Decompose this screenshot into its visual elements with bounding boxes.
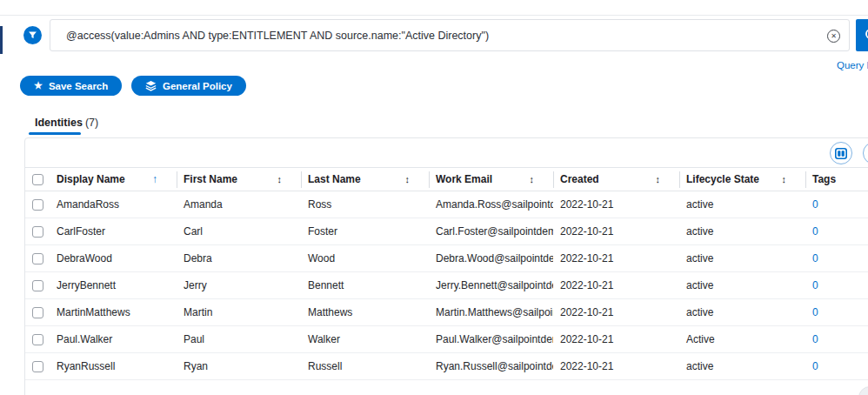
row-checkbox-cell	[25, 218, 50, 244]
cell-created: 2022-10-21	[553, 218, 679, 244]
cell-display-name: RyanRussell	[50, 353, 177, 379]
select-all-checkbox[interactable]	[32, 174, 43, 185]
row-checkbox[interactable]	[32, 226, 43, 238]
clear-search-icon[interactable]: ✕	[827, 30, 840, 43]
table-header-row: Display Name ↑ First Name ↕ Last Name ↕ …	[25, 167, 868, 191]
cell-tags: 0	[805, 218, 868, 244]
column-header-first-name[interactable]: First Name ↕	[177, 168, 301, 191]
cell-lifecycle-state: active	[679, 353, 805, 379]
column-header-lifecycle-state[interactable]: Lifecycle State ↕	[679, 168, 805, 191]
cell-last-name: Foster	[301, 218, 429, 244]
sort-both-icon: ↕	[277, 174, 283, 184]
cell-tags: 0	[805, 245, 868, 271]
search-bar: ✕	[50, 19, 850, 51]
cell-tags: 0	[805, 191, 868, 218]
cell-first-name: Amanda	[177, 191, 301, 218]
cell-created: 2022-10-21	[553, 245, 679, 271]
column-label: Lifecycle State	[686, 173, 759, 185]
select-all-cell	[25, 168, 50, 191]
tags-count-link[interactable]: 0	[812, 333, 818, 345]
row-checkbox[interactable]	[32, 253, 43, 264]
cell-last-name: Russell	[301, 353, 429, 379]
table-toolbar	[25, 138, 868, 167]
cell-lifecycle-state: active	[679, 245, 805, 271]
tags-count-link[interactable]: 0	[812, 225, 818, 238]
cell-lifecycle-state: Active	[679, 326, 805, 352]
cell-display-name: MartinMatthews	[50, 299, 177, 325]
row-checkbox-cell	[25, 299, 50, 325]
column-header-work-email[interactable]: Work Email ↕	[429, 168, 553, 191]
sort-asc-icon: ↑	[152, 173, 157, 185]
row-checkbox-cell	[25, 245, 50, 271]
cell-last-name: Walker	[301, 326, 429, 352]
table-row: JerryBennett Jerry Bennett Jerry.Bennett…	[25, 272, 868, 299]
cell-last-name: Wood	[301, 245, 429, 271]
column-label: Last Name	[308, 173, 361, 185]
sidebar-edge	[0, 26, 3, 54]
general-policy-button[interactable]: General Policy	[131, 76, 246, 96]
tags-count-link[interactable]: 0	[812, 360, 818, 372]
cell-lifecycle-state: active	[679, 191, 805, 218]
tags-count-link[interactable]: 0	[812, 252, 818, 264]
column-header-tags[interactable]: Tags	[805, 168, 868, 191]
tags-count-link[interactable]: 0	[812, 306, 818, 318]
table-row: DebraWood Debra Wood Debra.Wood@sailpoin…	[25, 245, 868, 272]
row-checkbox-cell	[25, 326, 50, 352]
tab-identities[interactable]: Identities(7)	[35, 117, 98, 129]
sort-both-icon: ↕	[656, 174, 661, 184]
cell-work-email: Debra.Wood@sailpointde…	[429, 245, 553, 271]
download-button-partial[interactable]	[863, 142, 868, 164]
cell-first-name: Carl	[177, 218, 301, 244]
table-row: MartinMatthews Martin Matthews Martin.Ma…	[25, 299, 868, 326]
row-checkbox[interactable]	[32, 334, 43, 345]
column-chooser-button[interactable]	[830, 142, 852, 164]
cell-tags: 0	[805, 326, 868, 352]
star-icon: ★	[34, 81, 43, 90]
column-header-last-name[interactable]: Last Name ↕	[301, 168, 429, 191]
column-label: Work Email	[436, 173, 492, 185]
column-header-display-name[interactable]: Display Name ↑	[50, 168, 177, 191]
cell-work-email: Ryan.Russell@sailpointde…	[429, 353, 553, 379]
row-checkbox[interactable]	[32, 361, 43, 372]
layers-icon	[145, 80, 157, 91]
cell-work-email: Martin.Matthews@sailpoin…	[429, 299, 553, 325]
cell-last-name: Ross	[301, 191, 429, 218]
tab-active-underline	[29, 132, 81, 135]
column-label: Created	[560, 173, 599, 185]
cell-display-name: Paul.Walker	[50, 326, 177, 352]
cell-last-name: Matthews	[301, 299, 429, 325]
table-row: RyanRussell Ryan Russell Ryan.Russell@sa…	[25, 353, 868, 380]
cell-display-name: CarlFoster	[50, 218, 177, 244]
cell-lifecycle-state: active	[679, 272, 805, 298]
row-checkbox-cell	[25, 272, 50, 298]
cell-display-name: DebraWood	[50, 245, 177, 271]
tags-count-link[interactable]: 0	[812, 198, 818, 211]
save-search-label: Save Search	[49, 81, 108, 91]
header-divider	[0, 15, 868, 16]
cell-first-name: Ryan	[177, 353, 301, 379]
search-query-input[interactable]	[50, 20, 849, 50]
column-label: First Name	[184, 173, 237, 185]
search-submit-button[interactable]	[856, 19, 868, 51]
row-checkbox[interactable]	[32, 199, 43, 211]
tags-count-link[interactable]: 0	[812, 279, 818, 291]
cell-tags: 0	[805, 272, 868, 298]
sort-both-icon: ↕	[530, 174, 535, 184]
column-header-created[interactable]: Created ↕	[553, 168, 679, 191]
query-help-link[interactable]: Query Help	[837, 60, 868, 70]
cell-lifecycle-state: active	[679, 299, 805, 325]
column-label: Tags	[812, 173, 836, 185]
sort-both-icon: ↕	[405, 174, 411, 184]
cell-work-email: Jerry.Bennett@sailpointde…	[429, 272, 553, 298]
table-row: AmandaRoss Amanda Ross Amanda.Ross@sailp…	[25, 191, 868, 218]
row-checkbox[interactable]	[32, 280, 43, 291]
cell-created: 2022-10-21	[553, 272, 679, 298]
funnel-icon	[28, 30, 37, 40]
filter-button[interactable]	[23, 26, 42, 44]
row-checkbox[interactable]	[32, 307, 43, 318]
cell-work-email: Carl.Foster@sailpointdem…	[429, 218, 553, 244]
tab-identities-label: Identities	[35, 117, 83, 129]
save-search-button[interactable]: ★ Save Search	[20, 76, 122, 96]
cell-created: 2022-10-21	[553, 326, 679, 352]
column-label: Display Name	[57, 173, 125, 185]
